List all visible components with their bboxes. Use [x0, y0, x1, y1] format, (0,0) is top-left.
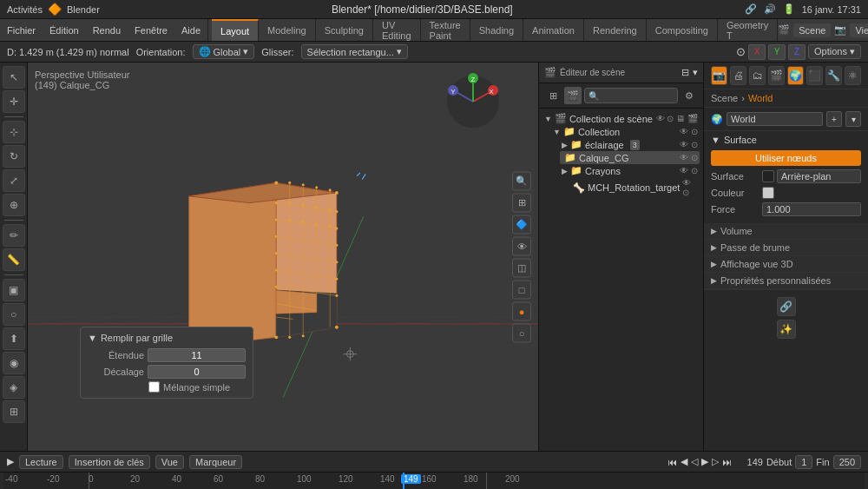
shading-solid-btn[interactable]: ●: [512, 301, 531, 320]
viewport-gizmo[interactable]: X Y Z: [443, 71, 503, 132]
move-tool-btn[interactable]: ⊹: [3, 121, 25, 143]
crayons-item[interactable]: ▶ 📁 Crayons 👁 ⊙: [560, 164, 700, 177]
volume-section[interactable]: ▶ Volume: [704, 223, 868, 240]
menu-aide[interactable]: Aide: [174, 19, 207, 41]
vue-btn[interactable]: Vue: [155, 455, 184, 469]
outliner-search[interactable]: 🔍: [584, 88, 678, 103]
world-name-field[interactable]: World: [727, 112, 823, 126]
breadcrumb-world[interactable]: World: [748, 93, 773, 103]
lecture-btn[interactable]: Lecture: [19, 455, 63, 469]
next-frame-btn[interactable]: ▷: [712, 456, 719, 467]
perspective-btn[interactable]: 🔷: [512, 215, 531, 234]
rotate-tool-btn[interactable]: ↻: [3, 145, 25, 168]
melange-checkbox[interactable]: [148, 381, 160, 393]
shading-wire-btn[interactable]: ○: [512, 323, 531, 342]
menu-edition[interactable]: Édition: [43, 19, 86, 41]
bevel-btn[interactable]: ◈: [3, 376, 25, 399]
loop-cut-btn[interactable]: ⊞: [3, 400, 25, 423]
zoom-in-btn[interactable]: 🔍: [512, 171, 531, 190]
decalage-input[interactable]: 0: [148, 365, 246, 379]
orientation-dropdown[interactable]: 🌐 Global ▾: [193, 44, 255, 59]
collection-item[interactable]: ▼ 📁 Collection 👁 ⊙: [551, 125, 700, 138]
prev-frame-btn[interactable]: ◀: [681, 456, 687, 467]
fin-value-field[interactable]: 250: [833, 455, 861, 469]
filter-options-btn[interactable]: ⚙: [681, 87, 698, 104]
brume-section[interactable]: ▶ Passe de brume: [704, 240, 868, 256]
local-view-btn[interactable]: 👁: [512, 236, 531, 255]
surface-value-field[interactable]: Arrière-plan: [777, 169, 861, 183]
tab-shading[interactable]: Shading: [470, 19, 523, 41]
props-output-btn[interactable]: 🖨: [730, 66, 746, 85]
surface-color-dot[interactable]: [762, 170, 774, 182]
props-modifier-btn[interactable]: 🔧: [825, 66, 842, 85]
play-reverse-btn[interactable]: ◁: [691, 456, 698, 467]
viewport-3d[interactable]: Perspective Utilisateur (149) Calque_CG …: [28, 63, 538, 451]
color-swatch[interactable]: [762, 187, 774, 199]
world-new-btn[interactable]: +: [826, 111, 842, 127]
jump-start-btn[interactable]: ⏮: [667, 457, 677, 467]
filter-all-btn[interactable]: ⊞: [544, 87, 562, 104]
select-tool-btn[interactable]: ↖: [3, 66, 25, 89]
scene-collection-item[interactable]: ▼ 🎬 Collection de scène 👁 ⊙ 🖥 🎬: [542, 112, 700, 125]
zoom-extents-btn[interactable]: ⊞: [512, 193, 531, 212]
world-browse-btn[interactable]: ▾: [845, 111, 861, 127]
measure-tool-btn[interactable]: 📏: [3, 248, 25, 271]
menu-fichier[interactable]: Fichier: [0, 19, 43, 41]
affichage-section[interactable]: ▶ Affichage vue 3D: [704, 256, 868, 273]
axis-y-btn[interactable]: Y: [768, 44, 786, 60]
custom-props-section[interactable]: ▶ Propriétés personnalisées: [704, 273, 868, 289]
tab-rendering[interactable]: Rendering: [584, 19, 647, 41]
eclairage-item[interactable]: ▶ 📁 éclairage 3 👁 ⊙: [560, 138, 700, 151]
overlay-btn[interactable]: ◫: [512, 258, 531, 277]
scene-name[interactable]: Scene: [793, 23, 831, 37]
extrude-btn[interactable]: ⬆: [3, 327, 25, 350]
timeline-ruler[interactable]: -40 -20 0 20 40 60 80 100 120 140 149 16…: [3, 472, 865, 489]
glisser-dropdown[interactable]: Sélection rectangu... ▾: [301, 44, 408, 59]
tab-sculpting[interactable]: Sculpting: [316, 19, 373, 41]
breadcrumb-scene[interactable]: Scene: [711, 93, 738, 103]
menu-rendu[interactable]: Rendu: [86, 19, 128, 41]
axis-z-btn[interactable]: Z: [788, 44, 806, 60]
calque-cg-item[interactable]: 📁 Calque_CG 👁 ⊙: [560, 151, 700, 164]
play-btn[interactable]: ▶: [701, 456, 708, 467]
tab-uv-editing[interactable]: UV Editing: [373, 19, 421, 41]
annotate-tool-btn[interactable]: ✏: [3, 224, 25, 247]
use-nodes-btn[interactable]: Utiliser nœuds: [711, 150, 861, 166]
xray-btn[interactable]: □: [512, 280, 531, 299]
tab-texture-paint[interactable]: Texture Paint: [421, 19, 470, 41]
outliner-title: Éditeur de scène: [560, 68, 625, 77]
add-sphere-btn[interactable]: ○: [3, 303, 25, 326]
add-cube-btn[interactable]: ▣: [3, 279, 25, 301]
tab-layout[interactable]: Layout: [212, 19, 259, 41]
filter-scene-btn[interactable]: 🎬: [564, 87, 582, 104]
scale-tool-btn[interactable]: ⤢: [3, 169, 25, 192]
transform-tool-btn[interactable]: ⊕: [3, 194, 25, 216]
force-value-field[interactable]: 1.000: [762, 202, 861, 216]
tab-animation[interactable]: Animation: [523, 19, 584, 41]
cursor-tool-btn[interactable]: ✛: [3, 90, 25, 113]
props-object-btn[interactable]: ⬛: [806, 66, 823, 85]
props-view-layer-btn[interactable]: 🗂: [749, 66, 766, 85]
tab-geometry[interactable]: Geometry T: [718, 19, 778, 41]
props-physics-btn[interactable]: ⚛: [845, 66, 861, 85]
insertion-btn[interactable]: Insertion de clés: [69, 455, 150, 469]
options-dropdown[interactable]: Options ▾: [808, 44, 861, 59]
props-particle-btn[interactable]: ✨: [777, 320, 796, 339]
tab-modeling[interactable]: Modeling: [259, 19, 316, 41]
props-constraint-btn[interactable]: 🔗: [777, 297, 796, 316]
jump-end-btn[interactable]: ⏭: [722, 457, 732, 467]
marqueur-btn[interactable]: Marqueur: [189, 455, 242, 469]
activities-label[interactable]: Activités: [7, 4, 43, 15]
timeline-cursor[interactable]: [403, 472, 404, 489]
props-render-btn[interactable]: 📷: [711, 66, 727, 85]
props-scene-btn[interactable]: 🎬: [768, 66, 785, 85]
props-world-btn[interactable]: 🌍: [787, 66, 804, 85]
mch-rotation-item[interactable]: 🦴 MCH_Rotation_target 👁 ⊙: [569, 177, 700, 198]
view-layer-name[interactable]: ViewLayer: [850, 23, 868, 37]
axis-x-btn[interactable]: X: [748, 44, 766, 60]
tab-compositing[interactable]: Compositing: [647, 19, 718, 41]
etendue-input[interactable]: 11: [148, 348, 246, 362]
debut-value-field[interactable]: 1: [795, 455, 812, 469]
inset-btn[interactable]: ◉: [3, 352, 25, 374]
menu-fenetre[interactable]: Fenêtre: [128, 19, 174, 41]
